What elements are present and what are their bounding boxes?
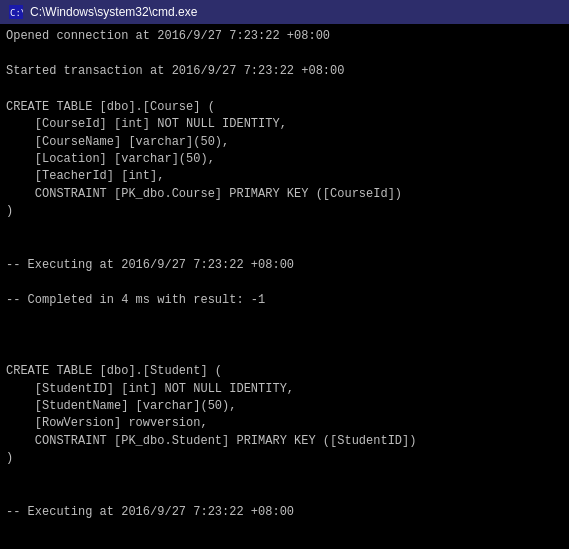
terminal-line: [6, 221, 563, 239]
terminal-line: [StudentName] [varchar](50),: [6, 398, 563, 415]
terminal-line: [6, 327, 563, 345]
terminal-line: CONSTRAINT [PK_dbo.Student] PRIMARY KEY …: [6, 433, 563, 450]
svg-text:C:\: C:\: [10, 8, 23, 18]
terminal-line: [StudentID] [int] NOT NULL IDENTITY,: [6, 381, 563, 398]
terminal-line: CREATE TABLE [dbo].[Course] (: [6, 99, 563, 116]
terminal-line: [Location] [varchar](50),: [6, 151, 563, 168]
terminal-body: Opened connection at 2016/9/27 7:23:22 +…: [0, 24, 569, 549]
terminal-line: [6, 345, 563, 363]
terminal-line: CONSTRAINT [PK_dbo.Course] PRIMARY KEY (…: [6, 186, 563, 203]
title-bar: C:\ C:\Windows\system32\cmd.exe: [0, 0, 569, 24]
terminal-line: ): [6, 450, 563, 467]
terminal-line: [6, 239, 563, 257]
terminal-line: ): [6, 203, 563, 220]
terminal-line: [6, 45, 563, 63]
terminal-line: [6, 486, 563, 504]
terminal-line: [RowVersion] rowversion,: [6, 415, 563, 432]
terminal-line: [TeacherId] [int],: [6, 168, 563, 185]
cmd-icon: C:\: [8, 4, 24, 20]
terminal-line: [6, 468, 563, 486]
terminal-line: Opened connection at 2016/9/27 7:23:22 +…: [6, 28, 563, 45]
terminal-line: -- Executing at 2016/9/27 7:23:22 +08:00: [6, 257, 563, 274]
terminal-line: Started transaction at 2016/9/27 7:23:22…: [6, 63, 563, 80]
terminal-line: [CourseName] [varchar](50),: [6, 134, 563, 151]
terminal-line: -- Completed in 4 ms with result: -1: [6, 292, 563, 309]
terminal-line: [6, 81, 563, 99]
terminal-line: [CourseId] [int] NOT NULL IDENTITY,: [6, 116, 563, 133]
terminal-line: [6, 309, 563, 327]
terminal-line: CREATE TABLE [dbo].[Student] (: [6, 363, 563, 380]
terminal-line: -- Executing at 2016/9/27 7:23:22 +08:00: [6, 504, 563, 521]
terminal-line: [6, 274, 563, 292]
title-bar-text: C:\Windows\system32\cmd.exe: [30, 5, 561, 19]
